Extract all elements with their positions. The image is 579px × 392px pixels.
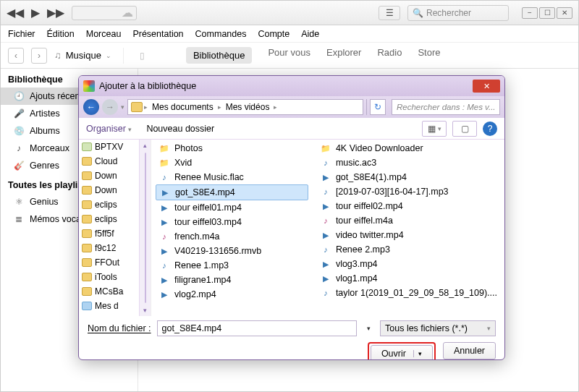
file-row[interactable]: ▶V40219-131656.rmvb <box>156 244 308 258</box>
organize-menu[interactable]: Organiser ▾ <box>86 124 132 134</box>
now-playing-display: ☁ <box>72 6 137 20</box>
tree-item-label: Cloud <box>95 156 117 166</box>
file-row[interactable]: ▶got_S8E4.mp4 <box>156 184 308 200</box>
file-row[interactable]: 📁Xvid <box>156 155 308 170</box>
file-name: V40219-131656.rmvb <box>174 246 261 256</box>
file-row[interactable]: ▶vlog3.mp4 <box>317 257 500 271</box>
file-row[interactable]: 📁Photos <box>156 141 308 155</box>
file-name: Renee 2.mp3 <box>336 244 390 255</box>
menu-compte[interactable]: Compte <box>258 29 290 39</box>
help-icon[interactable]: ? <box>483 122 497 136</box>
nav-back-button[interactable]: ‹ <box>8 48 24 64</box>
filename-input[interactable] <box>157 320 357 336</box>
file-row[interactable]: ▶tour eiffel01.mp4 <box>156 200 308 215</box>
dialog-title: Ajouter à la bibliothèque <box>99 81 196 91</box>
mic-icon: 🎤 <box>14 108 24 119</box>
file-row[interactable]: ▶vlog2.mp4 <box>156 287 308 302</box>
open-split-dropdown-icon[interactable]: ▾ <box>413 350 422 357</box>
dialog-search-placeholder: Rechercher dans : Mes v... <box>397 103 496 111</box>
filename-dropdown-icon[interactable]: ▾ <box>363 320 374 336</box>
search-placeholder: Rechercher <box>426 8 471 18</box>
file-row[interactable]: ▶tour eiffel02.mp4 <box>317 199 500 213</box>
next-icon[interactable]: ▶▶ <box>47 6 64 20</box>
folder-icon <box>82 273 92 281</box>
chevron-down-icon: ▾ <box>487 325 491 332</box>
folder-tree[interactable]: BPTXVCloudDownDowneclipseclipsf5ff5ff9c1… <box>79 140 151 316</box>
file-name: got_S8E4.mp4 <box>175 187 235 197</box>
filetype-select[interactable]: Tous les fichiers (*.*) ▾ <box>380 320 496 336</box>
file-type-icon: ▶ <box>320 258 331 270</box>
filename-label: Nom du fichier : <box>88 323 151 333</box>
menu-fichier[interactable]: Fichier <box>8 29 35 39</box>
device-iphone-icon[interactable]: ▯ <box>135 48 150 63</box>
cancel-button[interactable]: Annuler <box>443 342 496 359</box>
tab-store[interactable]: Store <box>418 47 440 64</box>
minimize-button[interactable]: − <box>522 7 538 19</box>
file-row[interactable]: ♪taylor 1(2019_01_29_09_58_19_109).... <box>317 286 500 300</box>
file-row[interactable]: ♪[2019-07-03][16-04-17].mp3 <box>317 184 500 199</box>
preview-pane-button[interactable]: ▢ <box>452 121 477 137</box>
tab-bibliotheque[interactable]: Bibliothèque <box>186 47 253 64</box>
open-button[interactable]: Ouvrir▾ <box>371 345 433 360</box>
file-name: got_S8E4(1).mp4 <box>336 172 407 182</box>
list-view-button[interactable]: ☰ <box>379 6 400 20</box>
media-picker[interactable]: ♫ Musique ⌄ <box>54 50 111 61</box>
file-row[interactable]: ▶got_S8E4(1).mp4 <box>317 170 500 184</box>
close-button[interactable]: ✕ <box>557 7 572 19</box>
menu-presentation[interactable]: Présentation <box>132 29 183 39</box>
refresh-button[interactable]: ↻ <box>370 99 386 115</box>
file-row[interactable]: ♪french.m4a <box>156 229 308 244</box>
maximize-button[interactable]: ☐ <box>539 7 555 19</box>
search-input-global[interactable]: 🔍 Rechercher <box>407 5 509 21</box>
dialog-forward-button[interactable]: → <box>102 99 118 115</box>
file-row[interactable]: 📁4K Video Downloader <box>317 141 500 155</box>
previous-icon[interactable]: ◀◀ <box>7 6 24 20</box>
tree-item-label: iTools <box>95 272 117 282</box>
location-bar[interactable]: ▸ Mes documents ▸ Mes vidéos ▸ <box>127 99 363 115</box>
new-folder-button[interactable]: Nouveau dossier <box>146 124 214 134</box>
file-row[interactable]: ▶tour eiffel03.mp4 <box>156 215 308 229</box>
file-name: vlog2.mp4 <box>174 289 216 299</box>
tree-scrollbar[interactable]: ▴▾ <box>139 140 151 316</box>
tree-item-label: eclips <box>95 214 117 224</box>
file-list[interactable]: 📁Photos📁Xvid♪Renee Music.flac▶got_S8E4.m… <box>151 140 504 316</box>
menu-aide[interactable]: Aide <box>301 29 319 39</box>
file-row[interactable]: ♪music.ac3 <box>317 155 500 170</box>
menu-edition[interactable]: Édition <box>47 29 75 39</box>
file-type-icon: ▶ <box>159 216 170 228</box>
file-name: tour eiffel.m4a <box>336 216 393 226</box>
file-row[interactable]: ▶video twitter.mp4 <box>317 228 500 242</box>
history-dropdown-icon[interactable]: ▾ <box>121 103 124 111</box>
menu-morceau[interactable]: Morceau <box>86 29 122 39</box>
sidebar-item-label: Genius <box>30 197 59 207</box>
file-name: Photos <box>174 143 203 153</box>
dialog-close-button[interactable]: ✕ <box>473 80 500 93</box>
menu-commandes[interactable]: Commandes <box>195 29 247 39</box>
clock-icon: 🕘 <box>14 91 24 101</box>
search-icon: 🔍 <box>413 8 423 18</box>
music-note-icon: ♫ <box>54 50 62 61</box>
genius-icon: ⚛ <box>14 197 24 207</box>
play-icon[interactable]: ▶ <box>31 6 40 20</box>
dialog-search-input[interactable]: Rechercher dans : Mes v... <box>392 99 500 115</box>
view-mode-button[interactable]: ▦▾ <box>422 121 447 137</box>
dialog-back-button[interactable]: ← <box>83 99 99 115</box>
nav-forward-button[interactable]: › <box>31 48 47 64</box>
file-row[interactable]: ♪tour eiffel.m4a <box>317 213 500 228</box>
tab-explorer[interactable]: Explorer <box>326 47 361 64</box>
tab-pourvous[interactable]: Pour vous <box>268 47 310 64</box>
file-row[interactable]: ♪Renee Music.flac <box>156 170 308 184</box>
folder-icon <box>82 186 92 195</box>
breadcrumb-item[interactable]: Mes documents <box>149 102 216 112</box>
folder-icon <box>82 258 92 267</box>
note-icon: ♪ <box>14 143 24 153</box>
file-type-icon: ♪ <box>159 260 170 271</box>
tab-radio[interactable]: Radio <box>377 47 402 64</box>
file-row[interactable]: ♪Renee 1.mp3 <box>156 258 308 273</box>
folder-icon <box>82 215 92 223</box>
breadcrumb-item[interactable]: Mes vidéos <box>223 102 273 112</box>
sidebar-item-label: Genres <box>30 161 59 171</box>
file-row[interactable]: ▶vlog1.mp4 <box>317 271 500 286</box>
file-row[interactable]: ▶filigrane1.mp4 <box>156 273 308 287</box>
file-row[interactable]: ♪Renee 2.mp3 <box>317 242 500 257</box>
